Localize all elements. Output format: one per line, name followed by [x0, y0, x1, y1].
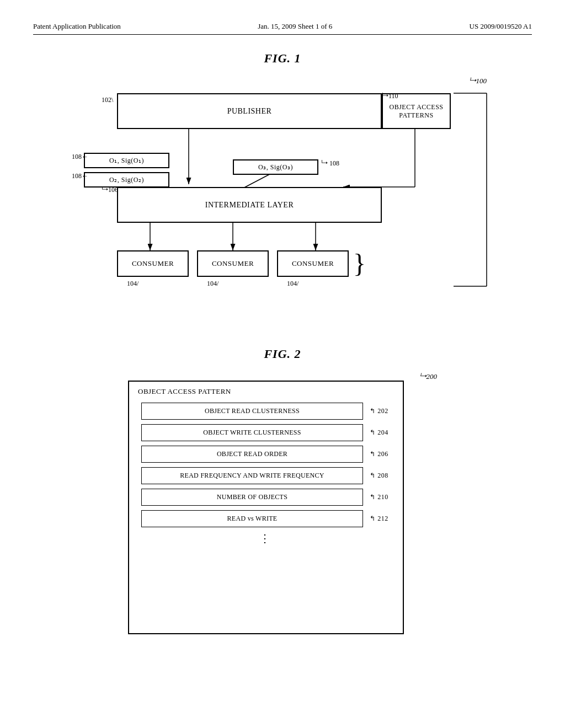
intermediate-box: INTERMEDIATE LAYER — [117, 187, 382, 223]
outer-label: OBJECT ACCESS PATTERN — [136, 387, 231, 396]
fig2-item-row-1: OBJECT WRITE CLUSTERNESS↰ 204 — [141, 424, 391, 441]
header-right: US 2009/0019520 A1 — [470, 22, 532, 31]
fig2-items-container: OBJECT READ CLUSTERNESS↰ 202OBJECT WRITE… — [136, 403, 396, 527]
fig2-item-label-1: OBJECT WRITE CLUSTERNESS — [141, 424, 363, 441]
object-access-pattern-outer: OBJECT ACCESS PATTERN OBJECT READ CLUSTE… — [128, 381, 404, 634]
obj2-box: O₂, Sig(O₂) — [84, 172, 169, 188]
ref-200: ⮡200 — [419, 372, 438, 381]
consumer2-box: CONSUMER — [197, 250, 269, 277]
header-left: Patent Application Publication — [33, 22, 121, 31]
fig2-item-ref-2: ↰ 206 — [367, 450, 391, 458]
fig2-item-row-5: READ vs WRITE↰ 212 — [141, 510, 391, 527]
obj3-ref: ⮡ 108 — [321, 159, 339, 168]
page: Patent Application Publication Jan. 15, … — [0, 0, 565, 728]
fig2-item-label-4: NUMBER OF OBJECTS — [141, 489, 363, 506]
fig1-diagram: ⮡100 PUBLISHER 102\ OBJECT ACCESS PATTER… — [67, 77, 498, 314]
fig2-item-row-4: NUMBER OF OBJECTS↰ 210 — [141, 489, 391, 506]
fig2-item-ref-0: ↰ 202 — [367, 407, 391, 415]
fig1-title: FIG. 1 — [33, 51, 532, 66]
ellipsis: ⋮ — [136, 532, 396, 545]
fig2-item-ref-1: ↰ 204 — [367, 429, 391, 437]
fig2-item-row-0: OBJECT READ CLUSTERNESS↰ 202 — [141, 403, 391, 420]
obj1-box: O₁, Sig(O₁) — [84, 153, 169, 168]
fig2-item-label-0: OBJECT READ CLUSTERNESS — [141, 403, 363, 420]
fig2-item-row-3: READ FREQUENCY AND WRITE FREQUENCY↰ 208 — [141, 467, 391, 484]
header-center: Jan. 15, 2009 Sheet 1 of 6 — [258, 22, 332, 31]
fig2-item-ref-4: ↰ 210 — [367, 493, 391, 501]
publisher-ref: 102\ — [102, 96, 113, 104]
publisher-box: PUBLISHER — [117, 93, 382, 129]
fig2-item-label-5: READ vs WRITE — [141, 510, 363, 527]
fig2-title: FIG. 2 — [33, 347, 532, 361]
object-access-ref: ⮡110 — [382, 92, 398, 100]
fig2-item-label-2: OBJECT READ ORDER — [141, 446, 363, 463]
fig2-item-label-3: READ FREQUENCY AND WRITE FREQUENCY — [141, 467, 363, 484]
fig2-diagram: ⮡200 OBJECT ACCESS PATTERN OBJECT READ C… — [128, 372, 437, 643]
intermediate-ref: ⮡106 — [102, 186, 118, 194]
consumer1-ref: 104/ — [127, 280, 138, 288]
obj3-box: O₃, Sig(O₃) — [233, 159, 318, 175]
page-header: Patent Application Publication Jan. 15, … — [33, 22, 532, 35]
obj2-ref: 108← — [72, 172, 88, 180]
fig2-item-row-2: OBJECT READ ORDER↰ 206 — [141, 446, 391, 463]
obj1-ref: 108← — [72, 153, 88, 161]
consumer-bracket: } — [353, 250, 366, 277]
consumer1-box: CONSUMER — [117, 250, 189, 277]
fig2-item-ref-5: ↰ 212 — [367, 515, 391, 523]
ref-100: ⮡100 — [469, 77, 487, 85]
fig2-item-ref-3: ↰ 208 — [367, 472, 391, 480]
consumer3-box: CONSUMER — [277, 250, 349, 277]
consumer3-ref: 104/ — [287, 280, 299, 288]
consumer2-ref: 104/ — [207, 280, 218, 288]
